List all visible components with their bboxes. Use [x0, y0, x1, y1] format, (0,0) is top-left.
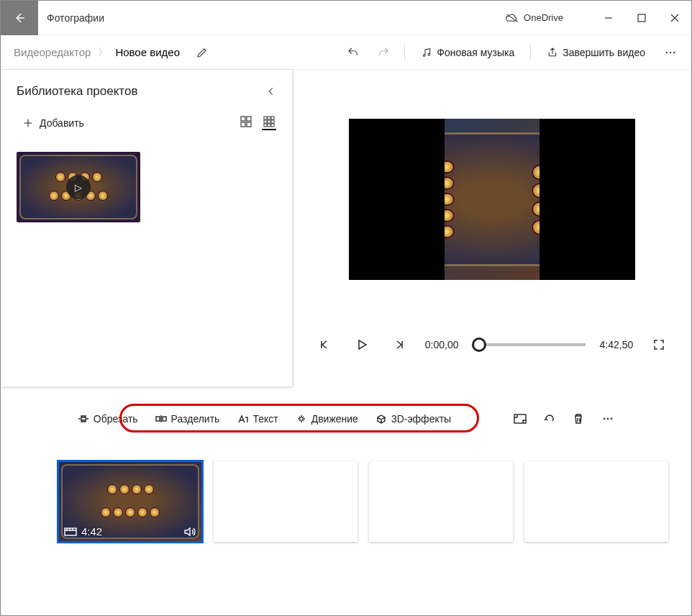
3d-label: 3D-эффекты: [391, 413, 451, 425]
text-icon: [237, 413, 248, 425]
clip-audio-icon[interactable]: [183, 526, 196, 538]
preview-viewport[interactable]: [349, 119, 635, 280]
minimize-button[interactable]: [592, 1, 625, 35]
library-media-item[interactable]: ▷: [17, 152, 140, 222]
3d-icon: [375, 413, 387, 425]
prev-frame-button[interactable]: [313, 333, 336, 356]
motion-button[interactable]: Движение: [287, 409, 367, 429]
music-icon: [421, 47, 432, 58]
svg-rect-14: [264, 124, 267, 127]
title-bar: Фотографии OneDrive: [1, 1, 691, 35]
total-time: 4:42,50: [600, 339, 634, 350]
library-title: Библиотека проектов: [17, 84, 137, 99]
command-bar: Видеоредактор 〉 Новое видео Фоновая музы…: [1, 35, 691, 70]
motion-label: Движение: [311, 413, 358, 425]
storyboard-empty-slot[interactable]: [369, 461, 513, 542]
svg-rect-17: [156, 417, 160, 421]
storyboard-clip[interactable]: 4:42: [58, 461, 202, 542]
trim-label: Обрезать: [94, 413, 138, 425]
undo-icon: [347, 46, 360, 59]
seek-thumb[interactable]: [472, 338, 486, 352]
back-button[interactable]: [1, 1, 38, 35]
svg-rect-19: [514, 415, 526, 423]
export-icon: [547, 47, 558, 58]
rename-button[interactable]: [187, 35, 217, 70]
fullscreen-button[interactable]: [647, 333, 670, 356]
svg-rect-9: [268, 117, 270, 119]
breadcrumb-root[interactable]: Видеоредактор: [6, 46, 98, 58]
svg-rect-12: [268, 120, 270, 123]
separator: [530, 45, 531, 60]
svg-rect-5: [247, 117, 251, 121]
split-icon: [155, 413, 167, 425]
trash-icon: [573, 413, 584, 425]
next-frame-button[interactable]: [388, 333, 411, 356]
onedrive-label: OneDrive: [524, 12, 563, 23]
svg-point-22: [611, 418, 613, 420]
breadcrumb-current[interactable]: Новое видео: [108, 46, 187, 58]
grid-small-icon: [263, 116, 275, 127]
bg-music-label: Фоновая музыка: [437, 47, 514, 58]
current-time: 0:00,00: [425, 339, 459, 350]
svg-rect-6: [241, 122, 245, 127]
play-button[interactable]: [350, 333, 373, 356]
chevron-left-icon: [266, 86, 276, 96]
bg-music-button[interactable]: Фоновая музыка: [411, 47, 524, 58]
storyboard-empty-slot[interactable]: [524, 461, 668, 542]
more-icon: [664, 46, 677, 59]
undo-button[interactable]: [338, 35, 368, 70]
project-library-panel: Библиотека проектов Добавить ▷: [1, 70, 292, 386]
preview-panel: 0:00,00 4:42,50: [292, 70, 691, 386]
svg-rect-11: [264, 120, 267, 123]
clip-track: 4:42: [1, 430, 691, 542]
svg-point-1: [666, 51, 668, 53]
delete-button[interactable]: [564, 409, 593, 429]
separator: [477, 411, 478, 427]
redo-icon: [377, 46, 390, 59]
svg-point-20: [604, 418, 606, 420]
grid-large-icon: [240, 116, 252, 127]
text-label: Текст: [252, 413, 278, 425]
redo-button[interactable]: [368, 35, 399, 70]
rotate-button[interactable]: [535, 409, 564, 429]
close-button[interactable]: [658, 1, 691, 35]
text-button[interactable]: Текст: [228, 409, 286, 429]
svg-rect-18: [163, 417, 166, 421]
svg-rect-0: [638, 14, 645, 22]
aspect-icon: [514, 414, 527, 424]
seek-slider[interactable]: [473, 343, 586, 346]
trim-button[interactable]: Обрезать: [69, 409, 147, 429]
svg-rect-4: [241, 117, 245, 121]
svg-point-21: [607, 418, 609, 420]
trim-icon: [78, 413, 89, 425]
duration-icon: [64, 527, 77, 537]
split-button[interactable]: Разделить: [147, 409, 229, 429]
storyboard-toolbar: Обрезать Разделить Текст Движение 3D-эфф…: [1, 408, 691, 430]
cloud-off-icon: [505, 13, 519, 23]
svg-rect-8: [264, 117, 267, 119]
more-button[interactable]: [655, 35, 686, 70]
collapse-library-button[interactable]: [266, 86, 276, 96]
view-large-button[interactable]: [239, 116, 253, 130]
finish-video-button[interactable]: Завершить видео: [537, 47, 655, 58]
add-media-button[interactable]: Добавить: [17, 114, 90, 132]
rotate-icon: [544, 413, 555, 425]
pencil-icon: [196, 46, 209, 59]
storyboard-empty-slot[interactable]: [214, 461, 358, 542]
maximize-button[interactable]: [625, 1, 658, 35]
3d-effects-button[interactable]: 3D-эффекты: [367, 409, 460, 429]
clip-duration: 4:42: [81, 525, 102, 538]
finish-video-label: Завершить видео: [563, 47, 645, 58]
svg-rect-7: [247, 122, 251, 127]
view-small-button[interactable]: [262, 116, 276, 130]
svg-rect-15: [268, 124, 270, 127]
svg-rect-13: [271, 120, 274, 123]
onedrive-status[interactable]: OneDrive: [505, 12, 563, 23]
svg-rect-16: [271, 124, 274, 127]
motion-icon: [296, 413, 307, 425]
play-overlay-icon: ▷: [66, 175, 91, 199]
storyboard-more-button[interactable]: [593, 408, 623, 430]
aspect-button[interactable]: [505, 409, 535, 428]
chevron-right-icon: 〉: [98, 46, 108, 59]
storyboard-panel: Обрезать Разделить Текст Движение 3D-эфф…: [1, 399, 691, 615]
